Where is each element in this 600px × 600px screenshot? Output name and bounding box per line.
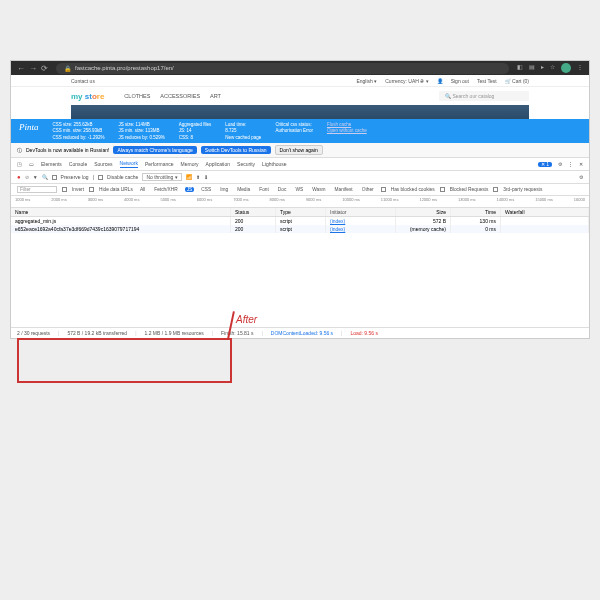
tab-sources[interactable]: Sources: [94, 161, 112, 167]
tab-memory[interactable]: Memory: [181, 161, 199, 167]
col-name[interactable]: Name: [11, 208, 231, 216]
extension-icon[interactable]: ▸: [541, 63, 544, 73]
currency-selector[interactable]: UAH ₴ ▾: [408, 78, 428, 84]
tab-performance[interactable]: Performance: [145, 161, 174, 167]
blocked-requests-checkbox[interactable]: [440, 187, 445, 192]
bookmark-icon[interactable]: ☆: [550, 63, 555, 73]
col-status[interactable]: Status: [231, 208, 276, 216]
record-icon[interactable]: ●: [17, 174, 21, 180]
annotation-after: After: [236, 314, 257, 325]
tab-application[interactable]: Application: [206, 161, 230, 167]
issues-badge[interactable]: ✕ 1: [538, 162, 552, 167]
hide-data-urls-checkbox[interactable]: [89, 187, 94, 192]
filter-img[interactable]: Img: [218, 187, 230, 192]
tab-console[interactable]: Console: [69, 161, 87, 167]
profile-avatar[interactable]: [561, 63, 571, 73]
table-row[interactable]: aggregated_min.js 200 script (index) 572…: [11, 217, 589, 225]
store-logo[interactable]: my store: [71, 92, 104, 101]
cart-link[interactable]: 🛒 Cart (0): [505, 78, 529, 84]
cache-status: New cached page: [225, 135, 261, 140]
col-time[interactable]: Time: [451, 208, 501, 216]
switch-language-button[interactable]: Switch DevTools to Russian: [201, 146, 271, 154]
filter-icon[interactable]: ▼: [33, 174, 38, 180]
forward-icon[interactable]: →: [29, 64, 37, 73]
third-party-checkbox[interactable]: [493, 187, 498, 192]
filter-fetch[interactable]: Fetch/XHR: [152, 187, 179, 192]
username[interactable]: Test Test: [477, 78, 497, 84]
status-finish: Finish: 15.81 s: [221, 330, 254, 336]
filter-js[interactable]: JS: [185, 187, 195, 192]
language-selector[interactable]: English ▾: [356, 78, 377, 84]
nav-art[interactable]: ART: [210, 93, 221, 99]
css-reduced: CSS reduced by: -1.292%: [53, 135, 105, 140]
flush-cache-link[interactable]: Flush cache: [327, 122, 367, 127]
preserve-log-label: Preserve log: [61, 174, 89, 180]
filter-all[interactable]: All: [138, 187, 147, 192]
device-icon[interactable]: ▭: [29, 161, 34, 167]
upload-icon[interactable]: ⬆: [196, 174, 200, 180]
disable-cache-label: Disable cache: [107, 174, 138, 180]
filter-manifest[interactable]: Manifest: [333, 187, 355, 192]
col-type[interactable]: Type: [276, 208, 326, 216]
wifi-icon[interactable]: 📶: [186, 174, 192, 180]
search-input[interactable]: 🔍 Search our catalog: [439, 91, 529, 101]
open-without-cache-link[interactable]: Open without cache: [327, 128, 367, 133]
blocked-cookies-checkbox[interactable]: [381, 187, 386, 192]
match-language-button[interactable]: Always match Chrome's language: [113, 146, 196, 154]
hero-banner: [71, 105, 529, 119]
tab-security[interactable]: Security: [237, 161, 255, 167]
nav-accessories[interactable]: ACCESSORIES: [160, 93, 200, 99]
tab-elements[interactable]: Elements: [41, 161, 62, 167]
url-text: fastcache.pinta.pro/prestashop17/en/: [75, 65, 174, 71]
extension-icon[interactable]: ◧: [517, 63, 523, 73]
nav-clothes[interactable]: CLOTHES: [124, 93, 150, 99]
more-icon[interactable]: ⋮: [568, 161, 573, 167]
filter-doc[interactable]: Doc: [276, 187, 289, 192]
signout-link[interactable]: Sign out: [451, 78, 469, 84]
contact-link[interactable]: Contact us: [71, 78, 95, 84]
throttling-dropdown[interactable]: No throttling ▾: [142, 173, 181, 181]
filter-ws[interactable]: WS: [293, 187, 305, 192]
network-toolbar: ● ⊘ ▼ 🔍 Preserve log | Disable cache No …: [11, 171, 589, 184]
search-icon[interactable]: 🔍: [42, 174, 48, 180]
tab-network[interactable]: Network: [120, 160, 138, 168]
gear-icon[interactable]: ⚙: [558, 161, 562, 167]
status-requests: 2 / 30 requests: [17, 330, 50, 336]
network-table: After Name Status Type Initiator Size Ti…: [11, 208, 589, 327]
dont-show-button[interactable]: Don't show again: [275, 145, 323, 155]
col-waterfall[interactable]: Waterfall: [501, 208, 589, 216]
network-timeline[interactable]: 1000 ms 2000 ms 3000 ms 4000 ms 5000 ms …: [11, 196, 589, 208]
col-initiator[interactable]: Initiator: [326, 208, 396, 216]
critical-css-status: Authorisation Error: [275, 128, 313, 133]
filter-media[interactable]: Media: [235, 187, 252, 192]
close-icon[interactable]: ✕: [579, 161, 583, 167]
clear-icon[interactable]: ⊘: [25, 174, 29, 180]
css-min-size: CSS min. size: 258.93kB: [53, 128, 105, 133]
annotation-box: [17, 338, 232, 383]
menu-icon[interactable]: ⋮: [577, 63, 583, 73]
inspect-icon[interactable]: ◳: [17, 161, 22, 167]
agg-css: CSS: 8: [179, 135, 212, 140]
invert-checkbox[interactable]: [62, 187, 67, 192]
store-header: my store CLOTHES ACCESSORIES ART 🔍 Searc…: [11, 87, 589, 105]
filter-input[interactable]: Filter: [17, 186, 57, 193]
filter-other[interactable]: Other: [360, 187, 376, 192]
network-settings-icon[interactable]: ⚙: [579, 174, 583, 180]
reload-icon[interactable]: ⟳: [41, 64, 48, 73]
status-transferred: 572 B / 19.2 kB transferred: [67, 330, 127, 336]
network-status-bar: 2 / 30 requests| 572 B / 19.2 kB transfe…: [11, 327, 589, 338]
col-size[interactable]: Size: [396, 208, 451, 216]
filter-css[interactable]: CSS: [199, 187, 213, 192]
disable-cache-checkbox[interactable]: [98, 175, 103, 180]
table-row[interactable]: e652eace1692a40cfa37e3df669d7439c1639079…: [11, 225, 589, 233]
tab-lighthouse[interactable]: Lighthouse: [262, 161, 286, 167]
status-domcontentloaded: DOMContentLoaded: 9.56 s: [271, 330, 333, 336]
js-min-size: JS min. size: 113MB: [119, 128, 165, 133]
address-bar[interactable]: 🔒 fastcache.pinta.pro/prestashop17/en/: [56, 63, 509, 74]
filter-wasm[interactable]: Wasm: [310, 187, 327, 192]
filter-font[interactable]: Font: [257, 187, 271, 192]
preserve-log-checkbox[interactable]: [52, 175, 57, 180]
extension-icon[interactable]: ▤: [529, 63, 535, 73]
back-icon[interactable]: ←: [17, 64, 25, 73]
download-icon[interactable]: ⬇: [204, 174, 208, 180]
